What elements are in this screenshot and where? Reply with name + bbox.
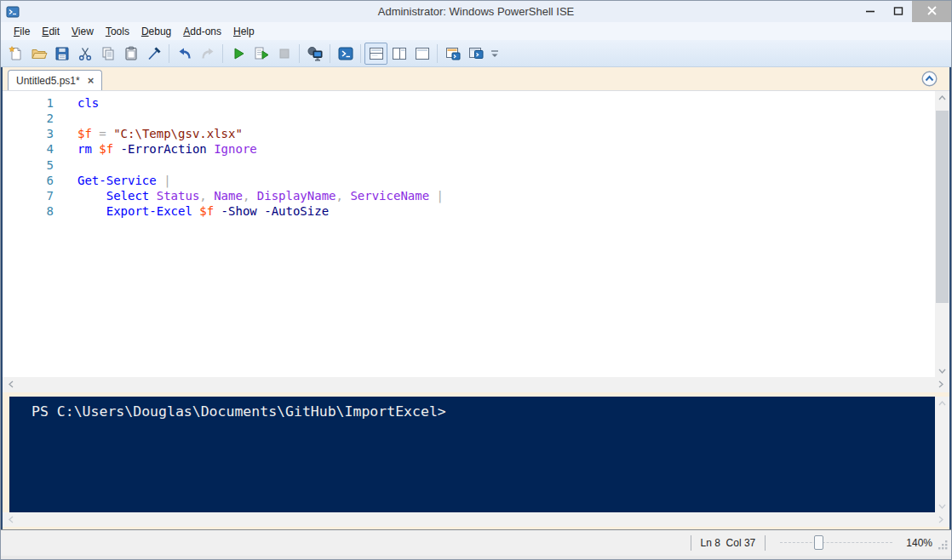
cut-button[interactable]	[73, 43, 96, 65]
code-text: Select Status, Name, DisplayName, Servic…	[77, 188, 444, 203]
script-editor[interactable]: 1cls23$f = "C:\Temp\gsv.xlsx"4rm $f -Err…	[3, 91, 935, 377]
toolbar-separator	[360, 44, 361, 63]
toolbar-separator	[437, 44, 438, 63]
menu-tools[interactable]: Tools	[100, 24, 135, 39]
toolbar	[1, 40, 951, 67]
editor-horizontal-scrollbar[interactable]	[3, 377, 949, 392]
save-button[interactable]	[50, 43, 73, 65]
menu-bar: FileEditViewToolsDebugAdd-onsHelp	[1, 22, 951, 40]
new-script-icon	[8, 45, 25, 62]
menu-help[interactable]: Help	[227, 24, 261, 39]
run-script-button[interactable]	[227, 43, 249, 65]
script-pane-top-icon	[368, 45, 385, 62]
close-icon	[926, 4, 938, 20]
clear-console-icon	[146, 45, 163, 62]
run-script-icon	[230, 45, 247, 62]
toolbar-overflow-button[interactable]	[487, 43, 502, 65]
new-script-button[interactable]	[4, 43, 27, 65]
chevron-up-circle-icon	[921, 75, 938, 89]
script-pane-maximized-button[interactable]	[410, 43, 433, 65]
menu-edit[interactable]: Edit	[36, 24, 66, 39]
paste-button[interactable]	[119, 43, 142, 65]
code-line: 2	[3, 111, 935, 126]
console-scroll-up-arrow[interactable]	[935, 397, 949, 410]
console-horizontal-scrollbar[interactable]	[3, 512, 949, 527]
start-powershell-button[interactable]	[334, 43, 357, 65]
toolbar-separator	[330, 44, 330, 63]
new-remote-powershell-tab-button[interactable]	[303, 43, 326, 65]
zoom-slider[interactable]	[780, 535, 892, 551]
code-line: 4rm $f -ErrorAction Ignore	[3, 141, 935, 157]
stop-operation-icon	[276, 45, 293, 62]
console-scroll-left-arrow[interactable]	[7, 512, 16, 528]
close-button[interactable]	[912, 1, 951, 22]
code-line: 7 Select Status, Name, DisplayName, Serv…	[3, 188, 935, 203]
powershell-ise-app-icon	[6, 5, 20, 19]
scroll-down-arrow[interactable]	[935, 363, 949, 377]
remote-powershell-window-button[interactable]	[464, 43, 487, 65]
zoom-slider-thumb[interactable]	[814, 535, 823, 550]
editor-scrollbar-thumb[interactable]	[936, 111, 949, 303]
toolbar-separator	[169, 44, 169, 63]
script-tab-label: Untitled5.ps1*	[16, 75, 80, 87]
menu-debug[interactable]: Debug	[135, 24, 177, 39]
scroll-right-arrow[interactable]	[936, 377, 945, 392]
new-powershell-tab-button[interactable]	[441, 43, 464, 65]
zoom-level: 140%	[906, 537, 932, 549]
editor-vertical-scrollbar	[935, 91, 949, 377]
line-column-indicator: Ln 8 Col 37	[701, 537, 756, 549]
line-number: 1	[3, 95, 54, 111]
toolbar-separator	[299, 44, 300, 63]
console-vertical-scrollbar	[935, 397, 949, 512]
run-selection-button[interactable]	[249, 43, 272, 65]
script-pane-top-button[interactable]	[364, 43, 387, 65]
menu-addons[interactable]: Add-ons	[177, 24, 227, 39]
clear-console-button[interactable]	[142, 43, 165, 65]
line-number: 3	[3, 126, 54, 141]
cut-icon	[77, 45, 94, 62]
toolbar-overflow-icon	[490, 45, 500, 62]
code-text: Export-Excel $f -Show -AutoSize	[77, 203, 329, 219]
open-script-button[interactable]	[27, 43, 50, 65]
undo-button[interactable]	[173, 43, 196, 65]
menu-file[interactable]: File	[8, 24, 36, 39]
new-remote-powershell-tab-icon	[307, 45, 324, 62]
start-powershell-icon	[337, 45, 354, 62]
line-number: 7	[3, 188, 54, 203]
line-number: 8	[3, 203, 54, 219]
script-pane-right-icon	[391, 45, 408, 62]
copy-button[interactable]	[96, 43, 119, 65]
resize-grip-icon[interactable]	[938, 540, 949, 553]
title-bar: Administrator: Windows PowerShell ISE	[1, 1, 951, 22]
run-selection-icon	[253, 45, 270, 62]
tab-close-icon[interactable]: ×	[88, 75, 95, 86]
scroll-left-arrow[interactable]	[7, 377, 16, 392]
console-prompt-line: PS C:\Users\Douglas\Documents\GitHub\Imp…	[32, 403, 935, 420]
new-powershell-tab-icon	[444, 45, 462, 62]
maximize-button[interactable]	[884, 1, 912, 22]
remote-powershell-window-icon	[467, 45, 485, 62]
script-pane-right-button[interactable]	[387, 43, 410, 65]
code-line: 8 Export-Excel $f -Show -AutoSize	[3, 203, 935, 219]
window-bottom-edge	[1, 556, 951, 560]
minimize-button[interactable]	[856, 1, 884, 22]
content-area: Untitled5.ps1* × 1cls23$f = "C:\Temp\gsv…	[1, 67, 951, 529]
console-pane[interactable]: PS C:\Users\Douglas\Documents\GitHub\Imp…	[9, 397, 935, 512]
save-icon	[54, 45, 71, 62]
script-tab-strip: Untitled5.ps1* ×	[3, 67, 949, 90]
status-bar: Ln 8 Col 37 140%	[1, 529, 951, 556]
undo-icon	[176, 45, 193, 62]
collapse-script-pane-button[interactable]	[921, 71, 938, 87]
open-script-icon	[31, 45, 48, 62]
menu-view[interactable]: View	[66, 24, 100, 39]
redo-button[interactable]	[196, 43, 219, 65]
code-text: cls	[77, 95, 99, 111]
scroll-up-arrow[interactable]	[935, 91, 949, 105]
code-text: Get-Service |	[77, 173, 171, 188]
zoom-slider-track[interactable]	[780, 542, 892, 543]
code-line: 3$f = "C:\Temp\gsv.xlsx"	[3, 126, 935, 141]
console-scroll-down-arrow[interactable]	[935, 499, 949, 512]
stop-operation-button[interactable]	[272, 43, 295, 65]
script-tab-untitled5[interactable]: Untitled5.ps1* ×	[8, 70, 102, 90]
console-scroll-right-arrow[interactable]	[936, 512, 945, 528]
